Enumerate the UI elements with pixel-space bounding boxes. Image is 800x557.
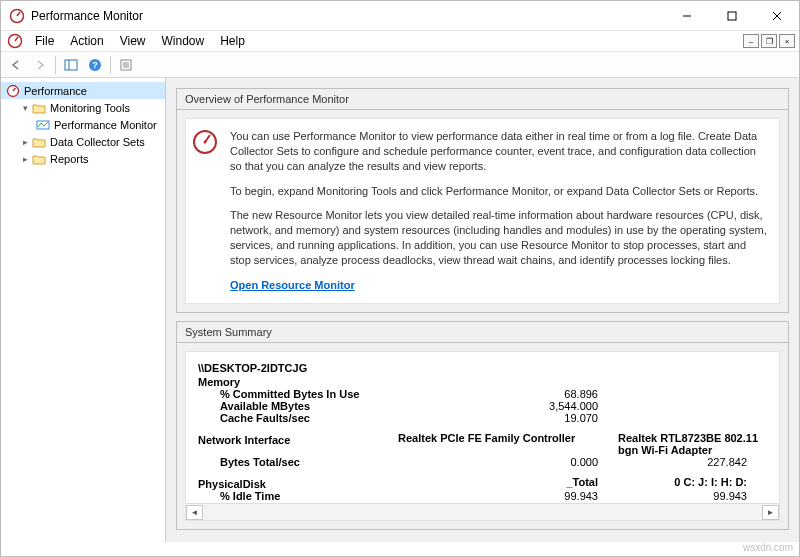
folder-icon <box>31 100 47 116</box>
window-buttons <box>664 1 799 30</box>
toolbar-separator-2 <box>110 56 111 74</box>
mdi-minimize-button[interactable]: – <box>743 34 759 48</box>
performance-icon <box>5 83 21 99</box>
row-value: 68.896 <box>398 388 618 400</box>
system-summary-header: System Summary <box>177 322 788 343</box>
open-resource-monitor-link[interactable]: Open Resource Monitor <box>230 279 355 291</box>
window-title: Performance Monitor <box>31 9 664 23</box>
memory-section: Memory % Committed Bytes In Use68.896 Av… <box>198 376 767 424</box>
overview-header: Overview of Performance Monitor <box>177 89 788 110</box>
menubar: File Action View Window Help <box>27 31 743 51</box>
overview-icon <box>192 129 220 293</box>
row-value: 0.000 <box>398 456 618 468</box>
content-area: Overview of Performance Monitor You can … <box>166 78 799 542</box>
scroll-right-button[interactable]: ► <box>762 505 779 520</box>
overview-panel: Overview of Performance Monitor You can … <box>176 88 789 313</box>
svg-rect-2 <box>728 12 736 20</box>
tree-node-performance[interactable]: Performance <box>1 82 165 99</box>
app-icon <box>9 8 25 24</box>
mdi-buttons: – ❐ × <box>743 31 799 51</box>
tree-label: Performance <box>24 85 87 97</box>
menu-window[interactable]: Window <box>154 32 213 50</box>
toolbar: ? <box>1 52 799 78</box>
col-header: Realtek PCIe FE Family Controller <box>398 432 618 456</box>
svg-text:?: ? <box>92 60 98 70</box>
col-header: Realtek RTL8723BE 802.11 bgn Wi-Fi Adapt… <box>618 432 767 456</box>
col-header: _Total <box>398 476 618 490</box>
mdi-restore-button[interactable]: ❐ <box>761 34 777 48</box>
menubar-row: File Action View Window Help – ❐ × <box>1 31 799 52</box>
menu-action[interactable]: Action <box>62 32 111 50</box>
maximize-button[interactable] <box>709 1 754 30</box>
row-value: 19.070 <box>398 412 618 424</box>
row-label: Available MBytes <box>198 400 398 412</box>
system-summary-panel: System Summary \\DESKTOP-2IDTCJG Memory … <box>176 321 789 530</box>
tree-label: Performance Monitor <box>54 119 157 131</box>
memory-grid: % Committed Bytes In Use68.896 Available… <box>198 388 767 424</box>
summary-body[interactable]: \\DESKTOP-2IDTCJG Memory % Committed Byt… <box>186 352 779 503</box>
row-value: 99.943 <box>618 490 767 502</box>
back-button[interactable] <box>5 54 27 76</box>
properties-button[interactable] <box>115 54 137 76</box>
row-value: 99.943 <box>398 490 618 502</box>
forward-button[interactable] <box>29 54 51 76</box>
help-button[interactable]: ? <box>84 54 106 76</box>
row-label: Cache Faults/sec <box>198 412 398 424</box>
perfmon-icon <box>35 117 51 133</box>
minimize-button[interactable] <box>664 1 709 30</box>
row-value: 227.842 <box>618 456 767 468</box>
folder-icon <box>31 134 47 150</box>
tree-label: Reports <box>50 153 89 165</box>
titlebar: Performance Monitor <box>1 1 799 31</box>
summary-body-wrap: \\DESKTOP-2IDTCJG Memory % Committed Byt… <box>185 351 780 521</box>
mdi-close-button[interactable]: × <box>779 34 795 48</box>
expand-icon[interactable]: ▸ <box>19 137 31 147</box>
menu-help[interactable]: Help <box>212 32 253 50</box>
tree-label: Data Collector Sets <box>50 136 145 148</box>
row-label: Bytes Total/sec <box>198 456 398 468</box>
nav-tree[interactable]: Performance ▾ Monitoring Tools Performan… <box>1 78 166 542</box>
tree-label: Monitoring Tools <box>50 102 130 114</box>
overview-p2: To begin, expand Monitoring Tools and cl… <box>230 184 769 199</box>
row-value: 3,544.000 <box>398 400 618 412</box>
overview-body: You can use Performance Monitor to view … <box>185 118 780 304</box>
disk-section: PhysicalDisk _Total 0 C: J: I: H: D: % I… <box>198 476 767 503</box>
network-section: Network Interface Realtek PCIe FE Family… <box>198 432 767 468</box>
scroll-track[interactable] <box>203 505 762 520</box>
menu-file[interactable]: File <box>27 32 62 50</box>
tree-node-reports[interactable]: ▸ Reports <box>1 150 165 167</box>
overview-p3: The new Resource Monitor lets you view d… <box>230 208 769 267</box>
overview-text: You can use Performance Monitor to view … <box>230 129 769 293</box>
overview-p1: You can use Performance Monitor to view … <box>230 129 769 174</box>
expand-icon[interactable]: ▸ <box>19 154 31 164</box>
close-button[interactable] <box>754 1 799 30</box>
hostname: \\DESKTOP-2IDTCJG <box>198 362 767 374</box>
horizontal-scrollbar[interactable]: ◄ ► <box>186 503 779 520</box>
collapse-icon[interactable]: ▾ <box>19 103 31 113</box>
body: Performance ▾ Monitoring Tools Performan… <box>1 78 799 542</box>
tree-node-monitoring-tools[interactable]: ▾ Monitoring Tools <box>1 99 165 116</box>
footer-watermark: wsxdn.com <box>1 542 799 556</box>
mmc-icon <box>7 33 23 49</box>
disk-grid: PhysicalDisk _Total 0 C: J: I: H: D: % I… <box>198 476 767 503</box>
app-window: Performance Monitor File Action View Win… <box>0 0 800 557</box>
col-header: 0 C: J: I: H: D: <box>618 476 767 490</box>
network-title: Network Interface <box>198 434 398 456</box>
menu-view[interactable]: View <box>112 32 154 50</box>
disk-title: PhysicalDisk <box>198 478 398 490</box>
tree-node-data-collector-sets[interactable]: ▸ Data Collector Sets <box>1 133 165 150</box>
svg-rect-6 <box>65 60 77 70</box>
row-label: % Idle Time <box>198 490 398 502</box>
network-grid: Network Interface Realtek PCIe FE Family… <box>198 432 767 468</box>
row-label: % Committed Bytes In Use <box>198 388 398 400</box>
scroll-left-button[interactable]: ◄ <box>186 505 203 520</box>
svg-point-17 <box>204 141 207 144</box>
memory-title: Memory <box>198 376 767 388</box>
toolbar-separator <box>55 56 56 74</box>
tree-node-performance-monitor[interactable]: Performance Monitor <box>1 116 165 133</box>
folder-icon <box>31 151 47 167</box>
show-hide-tree-button[interactable] <box>60 54 82 76</box>
